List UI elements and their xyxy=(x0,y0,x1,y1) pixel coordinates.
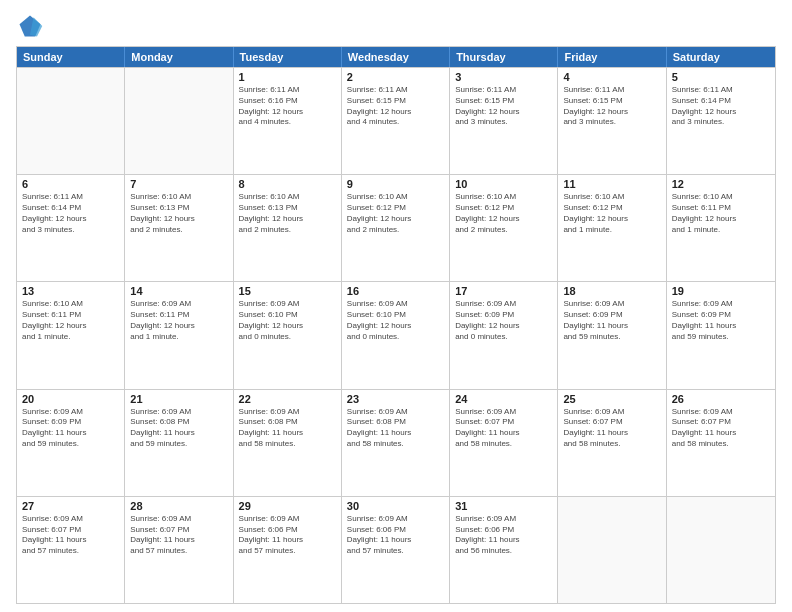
calendar-cell: 25Sunrise: 6:09 AM Sunset: 6:07 PM Dayli… xyxy=(558,390,666,496)
cell-info: Sunrise: 6:09 AM Sunset: 6:10 PM Dayligh… xyxy=(239,299,336,342)
calendar-cell: 22Sunrise: 6:09 AM Sunset: 6:08 PM Dayli… xyxy=(234,390,342,496)
cell-info: Sunrise: 6:09 AM Sunset: 6:08 PM Dayligh… xyxy=(347,407,444,450)
cell-info: Sunrise: 6:09 AM Sunset: 6:08 PM Dayligh… xyxy=(130,407,227,450)
calendar-header: SundayMondayTuesdayWednesdayThursdayFrid… xyxy=(17,47,775,67)
day-number: 27 xyxy=(22,500,119,512)
calendar-header-cell: Tuesday xyxy=(234,47,342,67)
day-number: 21 xyxy=(130,393,227,405)
cell-info: Sunrise: 6:09 AM Sunset: 6:07 PM Dayligh… xyxy=(455,407,552,450)
calendar-cell: 12Sunrise: 6:10 AM Sunset: 6:11 PM Dayli… xyxy=(667,175,775,281)
calendar-cell: 19Sunrise: 6:09 AM Sunset: 6:09 PM Dayli… xyxy=(667,282,775,388)
calendar-cell xyxy=(667,497,775,603)
calendar-cell: 13Sunrise: 6:10 AM Sunset: 6:11 PM Dayli… xyxy=(17,282,125,388)
day-number: 24 xyxy=(455,393,552,405)
logo-icon xyxy=(16,12,44,40)
cell-info: Sunrise: 6:11 AM Sunset: 6:16 PM Dayligh… xyxy=(239,85,336,128)
calendar-cell: 8Sunrise: 6:10 AM Sunset: 6:13 PM Daylig… xyxy=(234,175,342,281)
calendar-cell: 6Sunrise: 6:11 AM Sunset: 6:14 PM Daylig… xyxy=(17,175,125,281)
calendar-cell: 20Sunrise: 6:09 AM Sunset: 6:09 PM Dayli… xyxy=(17,390,125,496)
cell-info: Sunrise: 6:11 AM Sunset: 6:14 PM Dayligh… xyxy=(22,192,119,235)
day-number: 22 xyxy=(239,393,336,405)
day-number: 23 xyxy=(347,393,444,405)
calendar-cell: 5Sunrise: 6:11 AM Sunset: 6:14 PM Daylig… xyxy=(667,68,775,174)
calendar-header-cell: Sunday xyxy=(17,47,125,67)
calendar-cell: 31Sunrise: 6:09 AM Sunset: 6:06 PM Dayli… xyxy=(450,497,558,603)
cell-info: Sunrise: 6:09 AM Sunset: 6:09 PM Dayligh… xyxy=(563,299,660,342)
calendar-cell: 26Sunrise: 6:09 AM Sunset: 6:07 PM Dayli… xyxy=(667,390,775,496)
day-number: 30 xyxy=(347,500,444,512)
day-number: 29 xyxy=(239,500,336,512)
day-number: 5 xyxy=(672,71,770,83)
day-number: 6 xyxy=(22,178,119,190)
cell-info: Sunrise: 6:09 AM Sunset: 6:07 PM Dayligh… xyxy=(563,407,660,450)
cell-info: Sunrise: 6:11 AM Sunset: 6:15 PM Dayligh… xyxy=(347,85,444,128)
calendar-cell: 16Sunrise: 6:09 AM Sunset: 6:10 PM Dayli… xyxy=(342,282,450,388)
logo xyxy=(16,12,48,40)
cell-info: Sunrise: 6:09 AM Sunset: 6:08 PM Dayligh… xyxy=(239,407,336,450)
calendar-header-cell: Wednesday xyxy=(342,47,450,67)
calendar-cell: 21Sunrise: 6:09 AM Sunset: 6:08 PM Dayli… xyxy=(125,390,233,496)
calendar-cell: 28Sunrise: 6:09 AM Sunset: 6:07 PM Dayli… xyxy=(125,497,233,603)
day-number: 10 xyxy=(455,178,552,190)
day-number: 3 xyxy=(455,71,552,83)
calendar-cell: 9Sunrise: 6:10 AM Sunset: 6:12 PM Daylig… xyxy=(342,175,450,281)
calendar-body: 1Sunrise: 6:11 AM Sunset: 6:16 PM Daylig… xyxy=(17,67,775,603)
day-number: 2 xyxy=(347,71,444,83)
calendar-row: 13Sunrise: 6:10 AM Sunset: 6:11 PM Dayli… xyxy=(17,281,775,388)
page: SundayMondayTuesdayWednesdayThursdayFrid… xyxy=(0,0,792,612)
day-number: 14 xyxy=(130,285,227,297)
day-number: 8 xyxy=(239,178,336,190)
calendar-cell: 24Sunrise: 6:09 AM Sunset: 6:07 PM Dayli… xyxy=(450,390,558,496)
cell-info: Sunrise: 6:09 AM Sunset: 6:09 PM Dayligh… xyxy=(455,299,552,342)
cell-info: Sunrise: 6:11 AM Sunset: 6:14 PM Dayligh… xyxy=(672,85,770,128)
calendar-header-cell: Monday xyxy=(125,47,233,67)
cell-info: Sunrise: 6:09 AM Sunset: 6:07 PM Dayligh… xyxy=(22,514,119,557)
day-number: 28 xyxy=(130,500,227,512)
calendar-cell: 30Sunrise: 6:09 AM Sunset: 6:06 PM Dayli… xyxy=(342,497,450,603)
day-number: 12 xyxy=(672,178,770,190)
calendar-cell: 10Sunrise: 6:10 AM Sunset: 6:12 PM Dayli… xyxy=(450,175,558,281)
calendar-header-cell: Saturday xyxy=(667,47,775,67)
cell-info: Sunrise: 6:10 AM Sunset: 6:11 PM Dayligh… xyxy=(672,192,770,235)
calendar-cell xyxy=(558,497,666,603)
calendar-cell: 23Sunrise: 6:09 AM Sunset: 6:08 PM Dayli… xyxy=(342,390,450,496)
calendar-cell xyxy=(17,68,125,174)
day-number: 7 xyxy=(130,178,227,190)
day-number: 13 xyxy=(22,285,119,297)
day-number: 26 xyxy=(672,393,770,405)
calendar-cell: 17Sunrise: 6:09 AM Sunset: 6:09 PM Dayli… xyxy=(450,282,558,388)
calendar-cell: 14Sunrise: 6:09 AM Sunset: 6:11 PM Dayli… xyxy=(125,282,233,388)
calendar-cell: 29Sunrise: 6:09 AM Sunset: 6:06 PM Dayli… xyxy=(234,497,342,603)
calendar-header-cell: Friday xyxy=(558,47,666,67)
cell-info: Sunrise: 6:09 AM Sunset: 6:09 PM Dayligh… xyxy=(22,407,119,450)
day-number: 15 xyxy=(239,285,336,297)
day-number: 19 xyxy=(672,285,770,297)
cell-info: Sunrise: 6:10 AM Sunset: 6:11 PM Dayligh… xyxy=(22,299,119,342)
cell-info: Sunrise: 6:09 AM Sunset: 6:10 PM Dayligh… xyxy=(347,299,444,342)
calendar-cell xyxy=(125,68,233,174)
calendar-row: 1Sunrise: 6:11 AM Sunset: 6:16 PM Daylig… xyxy=(17,67,775,174)
day-number: 16 xyxy=(347,285,444,297)
calendar-cell: 18Sunrise: 6:09 AM Sunset: 6:09 PM Dayli… xyxy=(558,282,666,388)
header xyxy=(16,12,776,40)
day-number: 9 xyxy=(347,178,444,190)
calendar-cell: 7Sunrise: 6:10 AM Sunset: 6:13 PM Daylig… xyxy=(125,175,233,281)
calendar-cell: 1Sunrise: 6:11 AM Sunset: 6:16 PM Daylig… xyxy=(234,68,342,174)
cell-info: Sunrise: 6:10 AM Sunset: 6:13 PM Dayligh… xyxy=(239,192,336,235)
day-number: 18 xyxy=(563,285,660,297)
calendar-cell: 27Sunrise: 6:09 AM Sunset: 6:07 PM Dayli… xyxy=(17,497,125,603)
cell-info: Sunrise: 6:09 AM Sunset: 6:09 PM Dayligh… xyxy=(672,299,770,342)
calendar-cell: 4Sunrise: 6:11 AM Sunset: 6:15 PM Daylig… xyxy=(558,68,666,174)
day-number: 1 xyxy=(239,71,336,83)
calendar-row: 27Sunrise: 6:09 AM Sunset: 6:07 PM Dayli… xyxy=(17,496,775,603)
calendar-header-cell: Thursday xyxy=(450,47,558,67)
cell-info: Sunrise: 6:10 AM Sunset: 6:13 PM Dayligh… xyxy=(130,192,227,235)
cell-info: Sunrise: 6:10 AM Sunset: 6:12 PM Dayligh… xyxy=(455,192,552,235)
calendar: SundayMondayTuesdayWednesdayThursdayFrid… xyxy=(16,46,776,604)
day-number: 4 xyxy=(563,71,660,83)
day-number: 11 xyxy=(563,178,660,190)
cell-info: Sunrise: 6:09 AM Sunset: 6:07 PM Dayligh… xyxy=(130,514,227,557)
cell-info: Sunrise: 6:09 AM Sunset: 6:11 PM Dayligh… xyxy=(130,299,227,342)
calendar-row: 6Sunrise: 6:11 AM Sunset: 6:14 PM Daylig… xyxy=(17,174,775,281)
cell-info: Sunrise: 6:09 AM Sunset: 6:06 PM Dayligh… xyxy=(347,514,444,557)
